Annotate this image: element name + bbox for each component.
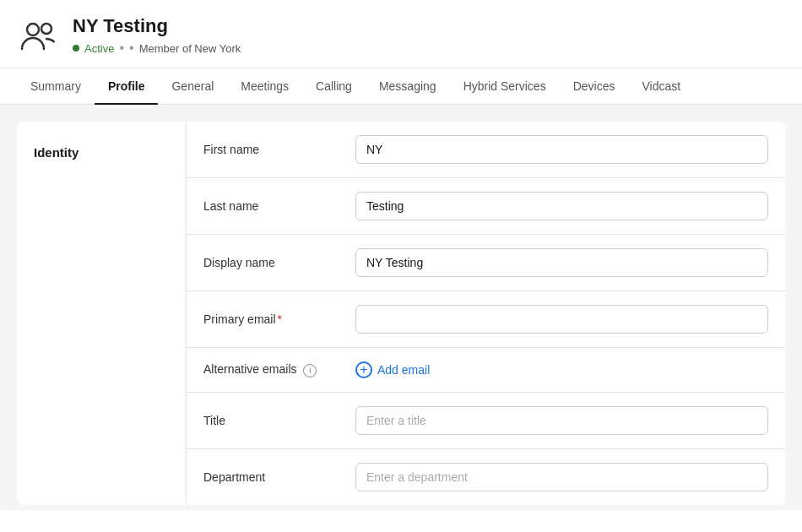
- title-input[interactable]: [355, 406, 768, 435]
- tab-summary[interactable]: Summary: [17, 69, 95, 105]
- tab-devices[interactable]: Devices: [560, 69, 629, 105]
- svg-point-0: [27, 24, 39, 35]
- identity-section: Identity First name Last name: [17, 122, 785, 505]
- add-icon: +: [355, 361, 372, 378]
- section-label-identity: Identity: [17, 122, 186, 183]
- header-meta: Active • • Member of New York: [73, 41, 785, 56]
- dot-separator: •: [119, 41, 124, 56]
- status-label: Active: [84, 42, 114, 55]
- label-title: Title: [203, 414, 339, 427]
- add-email-button[interactable]: + Add email: [355, 361, 430, 378]
- form-row-last-name: Last name: [187, 178, 785, 235]
- display-name-input[interactable]: [355, 248, 768, 277]
- tab-profile[interactable]: Profile: [95, 69, 159, 105]
- add-email-label: Add email: [377, 363, 430, 377]
- identity-card: Identity First name Last name: [17, 122, 785, 505]
- tab-vidcast[interactable]: Vidcast: [628, 69, 694, 105]
- tab-general[interactable]: General: [158, 69, 227, 105]
- label-department: Department: [203, 470, 339, 484]
- page-header: NY Testing Active • • Member of New York: [0, 0, 802, 68]
- tab-hybrid-services[interactable]: Hybrid Services: [450, 69, 560, 105]
- department-input[interactable]: [355, 463, 768, 491]
- user-avatar-icon: [17, 14, 61, 57]
- input-wrapper-first-name: [355, 135, 768, 164]
- tab-bar: Summary Profile General Meetings Calling…: [0, 68, 802, 105]
- member-of-label: Member of New York: [139, 42, 241, 55]
- label-last-name: Last name: [203, 199, 339, 213]
- input-wrapper-primary-email: [355, 305, 768, 334]
- header-info: NY Testing Active • • Member of New York: [73, 15, 785, 56]
- tab-calling[interactable]: Calling: [302, 69, 366, 105]
- label-primary-email: Primary email*: [203, 312, 339, 326]
- input-wrapper-department: [355, 463, 768, 491]
- form-row-department: Department: [187, 449, 785, 505]
- input-wrapper-last-name: [355, 192, 768, 220]
- form-row-display-name: Display name: [187, 235, 785, 291]
- add-email-wrapper: + Add email: [355, 361, 768, 378]
- input-wrapper-display-name: [355, 248, 768, 277]
- tab-meetings[interactable]: Meetings: [227, 69, 302, 105]
- form-row-alternative-emails: Alternative emails i + Add email: [187, 348, 785, 393]
- tab-messaging[interactable]: Messaging: [366, 69, 450, 105]
- dot-separator-2: •: [129, 41, 134, 56]
- label-display-name: Display name: [203, 256, 339, 269]
- svg-point-1: [41, 24, 51, 34]
- required-star: *: [278, 312, 282, 326]
- primary-email-input[interactable]: [355, 305, 768, 334]
- form-row-first-name: First name: [187, 122, 785, 178]
- info-icon[interactable]: i: [303, 364, 317, 377]
- user-name: NY Testing: [73, 15, 785, 37]
- label-first-name: First name: [203, 143, 339, 156]
- last-name-input[interactable]: [355, 192, 768, 220]
- form-row-primary-email: Primary email*: [187, 291, 785, 348]
- form-fields: First name Last name Display name: [187, 122, 785, 505]
- status-dot-icon: [73, 45, 79, 52]
- first-name-input[interactable]: [355, 135, 768, 164]
- label-alternative-emails: Alternative emails i: [203, 362, 339, 377]
- content-area: Identity First name Last name: [0, 105, 802, 510]
- form-row-title: Title: [187, 393, 785, 449]
- input-wrapper-title: [355, 406, 768, 435]
